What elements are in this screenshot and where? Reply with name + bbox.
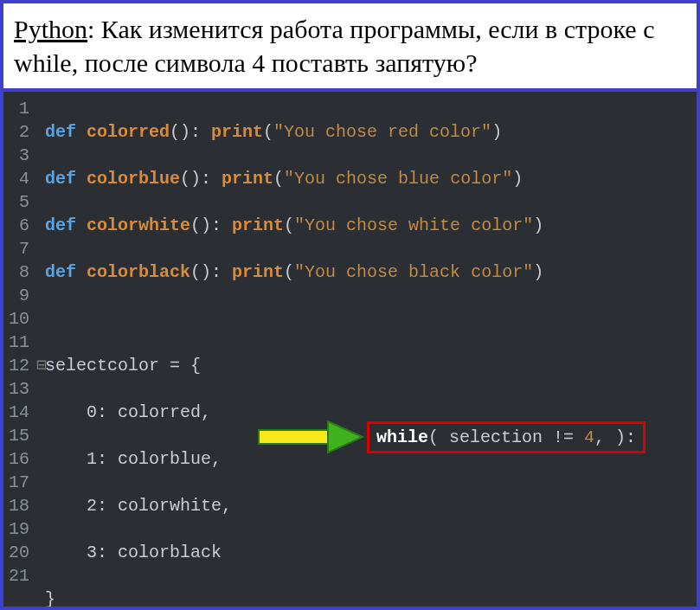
code-body: def colorred(): print("You chose red col… xyxy=(38,92,697,607)
code-line: ⊟selectcolor = { xyxy=(38,354,697,377)
line-number: 16 xyxy=(7,447,29,471)
line-number: 12 xyxy=(7,354,29,377)
line-number: 15 xyxy=(7,424,29,447)
line-number: 6 xyxy=(7,214,29,237)
highlighted-code-box: while( selection != 4, ): xyxy=(367,421,645,453)
annotation-arrow-group: while( selection != 4, ): xyxy=(254,420,645,454)
line-number: 18 xyxy=(7,494,29,517)
question-text: : Как изменится работа программы, если в… xyxy=(14,15,654,77)
line-number: 3 xyxy=(7,144,29,167)
code-line: def colorblack(): print("You chose black… xyxy=(38,260,697,284)
code-line: def colorblue(): print("You chose blue c… xyxy=(38,167,697,190)
line-number: 13 xyxy=(7,377,29,401)
question-prefix: Python xyxy=(14,15,87,43)
code-line: 2: colorwhite, xyxy=(38,494,697,517)
line-number: 9 xyxy=(7,284,29,307)
line-number: 7 xyxy=(7,237,29,260)
code-line: def colorred(): print("You chose red col… xyxy=(38,120,697,144)
line-number: 21 xyxy=(7,564,29,588)
line-number: 2 xyxy=(7,120,29,144)
code-line xyxy=(38,307,697,331)
line-number: 19 xyxy=(7,517,29,541)
line-number: 4 xyxy=(7,167,29,190)
line-number: 20 xyxy=(7,541,29,564)
question-box: Python: Как изменится работа программы, … xyxy=(3,3,697,88)
line-number: 5 xyxy=(7,190,29,214)
line-number: 11 xyxy=(7,331,29,354)
fold-marker-icon: ⊟ xyxy=(36,354,47,377)
code-line: def colorwhite(): print("You chose white… xyxy=(38,214,697,237)
line-number: 14 xyxy=(7,401,29,424)
svg-marker-1 xyxy=(328,421,363,453)
line-number: 1 xyxy=(7,97,29,120)
arrow-right-icon xyxy=(254,420,367,454)
line-number: 8 xyxy=(7,260,29,284)
code-line: 3: colorblack xyxy=(38,541,697,564)
line-number: 17 xyxy=(7,471,29,494)
svg-rect-0 xyxy=(259,430,328,444)
main-container: Python: Как изменится работа программы, … xyxy=(3,3,697,607)
code-editor: 1 2 3 4 5 6 7 8 9 10 11 12 13 14 15 16 1… xyxy=(3,92,697,607)
code-line: } xyxy=(38,588,697,607)
line-number: 10 xyxy=(7,307,29,331)
line-number-gutter: 1 2 3 4 5 6 7 8 9 10 11 12 13 14 15 16 1… xyxy=(3,92,38,607)
